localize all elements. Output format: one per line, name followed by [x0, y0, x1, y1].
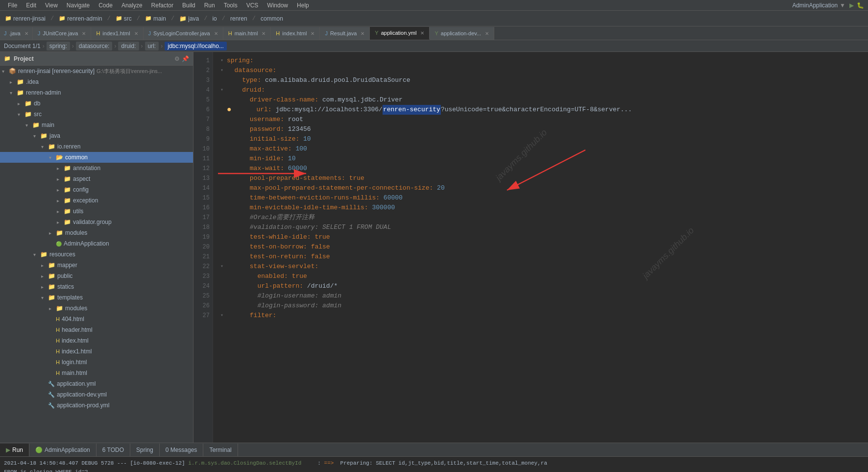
menu-run[interactable]: Run	[200, 1, 219, 10]
code-editor[interactable]: javayms.github.io javayms.github.io 1234…	[193, 52, 868, 443]
tree-public[interactable]: ▸ 📁 public	[0, 271, 193, 281]
menu-vcs[interactable]: VCS	[242, 1, 263, 10]
tab-close-result[interactable]: ✕	[361, 31, 364, 36]
breadcrumb-common[interactable]: common	[259, 14, 285, 23]
tab-java-close[interactable]: J .java ✕	[0, 27, 33, 40]
main-html-icon: H	[228, 30, 232, 36]
run-button[interactable]: ▶	[849, 2, 854, 9]
bottom-tab-spring[interactable]: Spring	[130, 444, 160, 456]
tree-main[interactable]: ▾ 📁 main	[0, 120, 193, 130]
tree-exception[interactable]: ▸ 📁 exception	[0, 195, 193, 206]
tree-login-html[interactable]: H login.html	[0, 357, 193, 368]
menu-window[interactable]: Window	[263, 1, 292, 10]
menu-code[interactable]: Code	[95, 1, 117, 10]
tree-annotation[interactable]: ▸ 📁 annotation	[0, 163, 193, 174]
tree-modules[interactable]: ▸ 📁 modules	[0, 227, 193, 238]
spring-crumb[interactable]: spring:	[47, 42, 70, 50]
tree-application-dev-yml[interactable]: 🔧 application-dev.yml	[0, 389, 193, 400]
tree-utils[interactable]: ▸ 📁 utils	[0, 206, 193, 217]
menu-edit[interactable]: Edit	[22, 1, 40, 10]
tree-validator-group[interactable]: ▸ 📁 validator.group	[0, 217, 193, 227]
breadcrumb-io[interactable]: io	[210, 14, 218, 23]
menu-refactor[interactable]: Refactor	[147, 1, 177, 10]
tab-main-html[interactable]: H main.html ✕	[223, 27, 271, 40]
tree-admin-application[interactable]: 🟢 AdminApplication	[0, 238, 193, 249]
tree-statics[interactable]: ▸ 📁 statics	[0, 281, 193, 292]
menu-file[interactable]: File	[4, 1, 21, 10]
url-crumb[interactable]: url:	[145, 42, 159, 50]
tab-close-main-html[interactable]: ✕	[262, 31, 265, 36]
tab-junit[interactable]: J JUnitCore.java ✕	[33, 27, 92, 40]
tree-templates[interactable]: ▾ 📁 templates	[0, 292, 193, 303]
tree-config[interactable]: ▸ 📁 config	[0, 184, 193, 195]
menu-view[interactable]: View	[41, 1, 62, 10]
run-config-label: AdminApplication	[792, 2, 838, 9]
tree-java[interactable]: ▾ 📁 java	[0, 130, 193, 141]
menu-help[interactable]: Help	[293, 1, 313, 10]
tree-index1-html[interactable]: H index1.html	[0, 346, 193, 357]
tab-close-index1[interactable]: ✕	[134, 31, 138, 36]
menu-navigate[interactable]: Navigate	[63, 1, 94, 10]
breadcrumb-renren[interactable]: renren	[228, 14, 249, 23]
tab-application-dev[interactable]: Y application-dev... ✕	[430, 27, 494, 40]
datasource-crumb[interactable]: datasource:	[76, 42, 113, 50]
tab-close-application-yml[interactable]: ✕	[420, 30, 424, 36]
tree-404-html[interactable]: H 404.html	[0, 314, 193, 324]
tree-aspect[interactable]: ▸ 📁 aspect	[0, 174, 193, 184]
url-value-crumb[interactable]: jdbc:mysql://localho...	[165, 42, 227, 50]
druid-crumb[interactable]: druid:	[118, 42, 139, 50]
tree-io-renren[interactable]: ▾ 📁 io.renren	[0, 141, 193, 152]
tree-mapper[interactable]: ▸ 📁 mapper	[0, 260, 193, 271]
tree-index-html[interactable]: H index.html	[0, 335, 193, 346]
folder-icon: 📁	[179, 15, 187, 22]
pin-icon[interactable]: 📌	[182, 55, 189, 62]
tree-templates-modules[interactable]: ▸ 📁 modules	[0, 303, 193, 314]
toolbar: 📁 renren-jinsai / 📁 renren-admin / 📁 src…	[0, 11, 868, 26]
tab-syslogin[interactable]: J SysLoginController.java ✕	[144, 27, 223, 40]
tab-close-index-html[interactable]: ✕	[311, 31, 314, 36]
tab-result[interactable]: J Result.java ✕	[320, 27, 370, 40]
tree-src[interactable]: ▾ 📁 src	[0, 109, 193, 120]
gear-icon[interactable]: ⚙	[174, 55, 180, 62]
bottom-tab-messages[interactable]: 0 Messages	[160, 444, 204, 456]
bottom-tab-terminal[interactable]: Terminal	[203, 444, 238, 456]
tree-renren-jinsai[interactable]: ▾ 📦 renren-jinsai [renren-security] G:\李…	[0, 66, 193, 76]
tree-common[interactable]: ▾ 📂 common	[0, 152, 193, 163]
tree-application-prod-yml[interactable]: 🔧 application-prod.yml	[0, 400, 193, 411]
breadcrumb-renren-admin[interactable]: 📁 renren-admin	[57, 14, 104, 23]
tree-idea[interactable]: ▸ 📁 .idea	[0, 76, 193, 87]
html-icon: H	[96, 30, 100, 36]
bottom-tab-admin-app[interactable]: 🟢 AdminApplication	[29, 444, 96, 456]
breadcrumb-renren-jinsai[interactable]: 📁 renren-jinsai	[3, 14, 48, 23]
junit-icon: J	[38, 30, 41, 36]
tab-index-html[interactable]: H index.html ✕	[271, 27, 320, 40]
tab-close-application-dev[interactable]: ✕	[485, 31, 489, 36]
bottom-tab-todo[interactable]: 6 TODO	[96, 444, 130, 456]
menu-tools[interactable]: Tools	[220, 1, 241, 10]
menu-build[interactable]: Build	[178, 1, 199, 10]
tree-db[interactable]: ▸ 📁 db	[0, 98, 193, 109]
tab-close-junit[interactable]: ✕	[82, 31, 86, 36]
tab-index1[interactable]: H index1.html ✕	[91, 27, 143, 40]
tree-resources[interactable]: ▾ 📁 resources	[0, 249, 193, 260]
log-content: 2021-04-18 14:50:48.407 DEBUG 5728 --- […	[0, 457, 868, 472]
tree-main-html[interactable]: H main.html	[0, 368, 193, 378]
breadcrumb-src[interactable]: 📁 src	[114, 14, 134, 23]
code-line-7: username: root	[219, 115, 868, 124]
code-line-11: min-idle: 10	[219, 154, 868, 164]
tab-application-yml[interactable]: Y application.yml ✕	[370, 27, 430, 40]
menu-analyze[interactable]: Analyze	[118, 1, 146, 10]
breadcrumb-java[interactable]: 📁 java	[177, 14, 201, 23]
tree-renren-admin[interactable]: ▾ 📁 renren-admin	[0, 87, 193, 98]
breakpoint-dot[interactable]: ●	[227, 106, 232, 114]
code-line-14: max-pool-prepared-statement-per-connecti…	[219, 183, 868, 193]
bottom-tab-run[interactable]: ▶ Run	[0, 444, 29, 456]
tree-application-yml[interactable]: 🔧 application.yml	[0, 378, 193, 389]
tab-close-java[interactable]: ✕	[24, 31, 28, 36]
code-line-19: test-while-idle: true	[219, 232, 868, 242]
tab-close-syslogin[interactable]: ✕	[214, 31, 218, 36]
tree-header-html[interactable]: H header.html	[0, 324, 193, 335]
breadcrumb-main[interactable]: 📁 main	[143, 14, 168, 23]
run-config-dropdown[interactable]: ▼	[840, 2, 845, 9]
debug-button[interactable]: 🐛	[857, 2, 864, 9]
